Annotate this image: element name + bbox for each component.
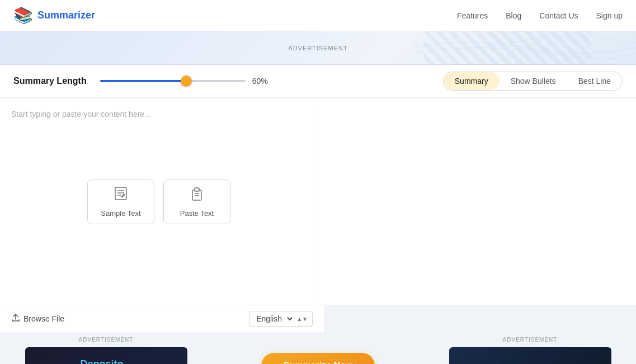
tab-show-bullets[interactable]: Show Bullets (500, 72, 567, 90)
tab-best-line[interactable]: Best Line (567, 72, 622, 90)
input-pane: Sample Text Paste Text (0, 98, 318, 305)
ad-label: ADVERTISEMENT (288, 45, 347, 51)
tab-summary[interactable]: Summary (444, 72, 500, 90)
main-content: Sample Text Paste Text (0, 98, 636, 305)
bottom-ad-right: ADVERTISEMENT (424, 334, 636, 364)
chevron-down-icon: ▲▼ (296, 316, 308, 322)
top-ad-banner: ADVERTISEMENT (0, 31, 636, 65)
svg-rect-0 (115, 187, 126, 200)
sample-text-button[interactable]: Sample Text (87, 179, 154, 224)
browse-file-button[interactable]: Browse File (11, 313, 64, 324)
summary-length-label: Summary Length (13, 76, 87, 86)
ad-image-left: Deposito... (25, 347, 187, 364)
nav-contact[interactable]: Contact Us (539, 11, 578, 20)
svg-rect-5 (195, 188, 199, 191)
slider-value-display: 60% (252, 77, 274, 86)
nav-blog[interactable]: Blog (506, 11, 521, 20)
sample-text-icon (113, 186, 129, 205)
brand-logo[interactable]: 📚 Summarizer (13, 6, 95, 25)
slider-container: 60% (100, 77, 290, 86)
quick-action-buttons: Sample Text Paste Text (76, 168, 242, 235)
nav-links: Features Blog Contact Us (457, 11, 578, 20)
language-dropdown[interactable]: English Spanish French German Chinese (254, 314, 294, 324)
nav-features[interactable]: Features (457, 11, 488, 20)
ad-image-right (449, 347, 611, 364)
signup-link[interactable]: Sign up (596, 11, 623, 20)
bottom-ad-right-label: ADVERTISEMENT (503, 334, 558, 345)
file-toolbar: Browse File English Spanish French Germa… (0, 305, 324, 332)
upload-icon (11, 313, 20, 324)
summary-length-slider[interactable] (100, 80, 246, 82)
output-pane (318, 98, 636, 305)
language-selector[interactable]: English Spanish French German Chinese ▲▼ (249, 311, 313, 327)
paste-text-label: Paste Text (180, 209, 214, 218)
navbar: 📚 Summarizer Features Blog Contact Us Si… (0, 0, 636, 31)
paste-text-icon (189, 186, 205, 205)
summarize-section: Summarize Now (212, 334, 424, 364)
bottom-ad-left: ADVERTISEMENT Deposito... (0, 334, 212, 364)
view-tab-group: Summary Show Bullets Best Line (443, 72, 623, 91)
bottom-section: ADVERTISEMENT Deposito... Summarize Now … (0, 332, 636, 364)
paste-text-button[interactable]: Paste Text (163, 179, 230, 224)
browse-file-label: Browse File (23, 314, 64, 323)
bottom-ad-left-label: ADVERTISEMENT (79, 334, 134, 345)
brand-name: Summarizer (37, 10, 95, 21)
sample-text-label: Sample Text (101, 209, 140, 218)
summarize-now-button[interactable]: Summarize Now (261, 353, 375, 365)
settings-toolbar: Summary Length 60% Summary Show Bullets … (0, 65, 636, 98)
logo-icon: 📚 (13, 6, 33, 25)
